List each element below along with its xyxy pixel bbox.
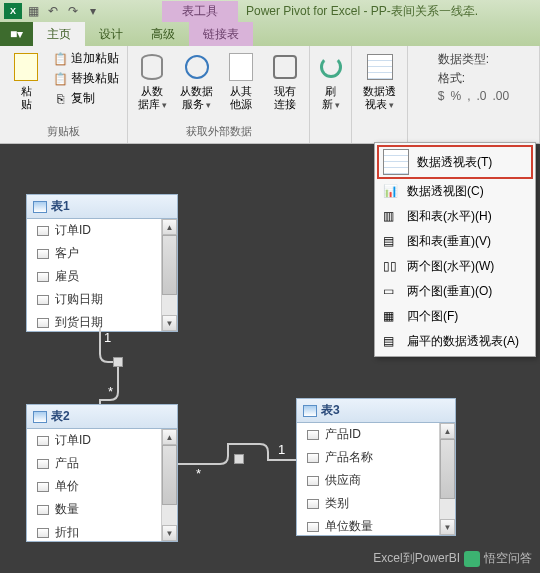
thousands-button[interactable]: , bbox=[467, 89, 470, 103]
table-icon bbox=[33, 411, 47, 423]
percent-button[interactable]: % bbox=[450, 89, 461, 103]
tab-home[interactable]: 主页 bbox=[33, 22, 85, 46]
scroll-thumb[interactable] bbox=[162, 235, 177, 295]
dropdown-item-four-charts[interactable]: ▦四个图(F) bbox=[377, 304, 533, 329]
format-label: 格式: bbox=[438, 70, 465, 87]
append-paste-button[interactable]: 📋追加粘贴 bbox=[50, 49, 121, 68]
flat-pivot-icon: ▤ bbox=[383, 334, 399, 350]
tab-advanced[interactable]: 高级 bbox=[137, 22, 189, 46]
field-icon bbox=[307, 453, 319, 463]
table-2-field[interactable]: 单价 bbox=[27, 475, 177, 498]
dropdown-item-chart-table-v[interactable]: ▤图和表(垂直)(V) bbox=[377, 229, 533, 254]
paste-icon bbox=[14, 53, 38, 81]
table-3-header[interactable]: 表3 bbox=[297, 399, 455, 423]
table-1-header[interactable]: 表1 bbox=[27, 195, 177, 219]
qat-undo-icon[interactable]: ↶ bbox=[44, 2, 62, 20]
chart-table-v-icon: ▤ bbox=[383, 234, 399, 250]
scroll-up-icon[interactable]: ▲ bbox=[440, 423, 455, 439]
field-icon bbox=[307, 476, 319, 486]
field-icon bbox=[37, 505, 49, 515]
pivot-chart-icon: 📊 bbox=[383, 184, 399, 200]
decrease-decimal-button[interactable]: .00 bbox=[493, 89, 510, 103]
copy-button[interactable]: ⎘复制 bbox=[50, 89, 121, 108]
chart-table-h-icon: ▥ bbox=[383, 209, 399, 225]
table-1-field[interactable]: 订购日期 bbox=[27, 288, 177, 311]
relationship-handle[interactable] bbox=[113, 357, 123, 367]
currency-button[interactable]: $ bbox=[438, 89, 445, 103]
cardinality-many: * bbox=[108, 384, 113, 399]
dropdown-item-pivot-table[interactable]: 数据透视表(T) bbox=[377, 145, 533, 179]
table-box-1[interactable]: 表1 订单ID 客户 雇员 订购日期 到货日期 ▲ ▼ bbox=[26, 194, 178, 332]
cardinality-many: * bbox=[196, 466, 201, 481]
wukong-logo-icon bbox=[464, 551, 480, 567]
field-icon bbox=[37, 436, 49, 446]
scroll-down-icon[interactable]: ▼ bbox=[162, 315, 177, 331]
increase-decimal-button[interactable]: .0 bbox=[477, 89, 487, 103]
field-icon bbox=[37, 295, 49, 305]
pivot-dropdown-menu: 数据透视表(T) 📊数据透视图(C) ▥图和表(水平)(H) ▤图和表(垂直)(… bbox=[374, 142, 536, 357]
ribbon: 粘 贴 📋追加粘贴 📋替换粘贴 ⎘复制 剪贴板 从数 据库 从数据 服务 从其 … bbox=[0, 46, 540, 144]
other-source-icon bbox=[229, 53, 253, 81]
qat-save-icon[interactable]: ▦ bbox=[24, 2, 42, 20]
excel-icon: X bbox=[4, 3, 22, 19]
table-3-field[interactable]: 单位数量 bbox=[297, 515, 455, 538]
table-box-2[interactable]: 表2 订单ID 产品 单价 数量 折扣 ▲ ▼ bbox=[26, 404, 178, 542]
title-bar: X ▦ ↶ ↷ ▾ 表工具 Power Pivot for Excel - PP… bbox=[0, 0, 540, 22]
pivot-table-icon bbox=[383, 149, 409, 175]
table-2-field[interactable]: 产品 bbox=[27, 452, 177, 475]
group-external-data: 从数 据库 从数据 服务 从其 他源 现有 连接 获取外部数据 bbox=[128, 46, 310, 143]
table-2-header[interactable]: 表2 bbox=[27, 405, 177, 429]
table-1-scrollbar[interactable]: ▲ ▼ bbox=[161, 219, 177, 331]
scroll-up-icon[interactable]: ▲ bbox=[162, 219, 177, 235]
table-2-field[interactable]: 折扣 bbox=[27, 521, 177, 544]
table-1-field[interactable]: 订单ID bbox=[27, 219, 177, 242]
four-charts-icon: ▦ bbox=[383, 309, 399, 325]
dropdown-item-flat-pivot[interactable]: ▤扁平的数据透视表(A) bbox=[377, 329, 533, 354]
field-icon bbox=[307, 430, 319, 440]
table-box-3[interactable]: 表3 产品ID 产品名称 供应商 类别 单位数量 ▲ ▼ bbox=[296, 398, 456, 536]
scroll-down-icon[interactable]: ▼ bbox=[440, 519, 455, 535]
file-tab[interactable]: ■▾ bbox=[0, 22, 33, 46]
tab-linked-table[interactable]: 链接表 bbox=[189, 22, 253, 46]
dropdown-item-two-charts-v[interactable]: ▭两个图(垂直)(O) bbox=[377, 279, 533, 304]
table-3-field[interactable]: 类别 bbox=[297, 492, 455, 515]
table-2-field[interactable]: 数量 bbox=[27, 498, 177, 521]
table-2-scrollbar[interactable]: ▲ ▼ bbox=[161, 429, 177, 541]
field-icon bbox=[307, 522, 319, 532]
group-refresh: 刷 新 bbox=[310, 46, 352, 143]
field-icon bbox=[307, 499, 319, 509]
table-1-field[interactable]: 到货日期 bbox=[27, 311, 177, 334]
contextual-tab-label: 表工具 bbox=[162, 1, 238, 22]
dropdown-item-pivot-chart[interactable]: 📊数据透视图(C) bbox=[377, 179, 533, 204]
field-icon bbox=[37, 459, 49, 469]
scroll-down-icon[interactable]: ▼ bbox=[162, 525, 177, 541]
scroll-thumb[interactable] bbox=[162, 445, 177, 505]
table-icon bbox=[33, 201, 47, 213]
qat-more-icon[interactable]: ▾ bbox=[84, 2, 102, 20]
window-title: Power Pivot for Excel - PP-表间关系一线牵. bbox=[238, 3, 478, 20]
group-clipboard: 粘 贴 📋追加粘贴 📋替换粘贴 ⎘复制 剪贴板 bbox=[0, 46, 128, 143]
relationship-handle[interactable] bbox=[234, 454, 244, 464]
refresh-button[interactable]: 刷 新 bbox=[311, 49, 351, 143]
table-3-scrollbar[interactable]: ▲ ▼ bbox=[439, 423, 455, 535]
table-3-field[interactable]: 产品名称 bbox=[297, 446, 455, 469]
group-pivot: 数据透 视表 bbox=[352, 46, 408, 143]
replace-paste-button[interactable]: 📋替换粘贴 bbox=[50, 69, 121, 88]
pivot-table-button[interactable]: 数据透 视表 bbox=[359, 49, 400, 143]
scroll-thumb[interactable] bbox=[440, 439, 455, 499]
table-1-field[interactable]: 客户 bbox=[27, 242, 177, 265]
tab-design[interactable]: 设计 bbox=[85, 22, 137, 46]
table-1-field[interactable]: 雇员 bbox=[27, 265, 177, 288]
dropdown-item-two-charts-h[interactable]: ▯▯两个图(水平)(W) bbox=[377, 254, 533, 279]
dropdown-item-chart-table-h[interactable]: ▥图和表(水平)(H) bbox=[377, 204, 533, 229]
cardinality-one: 1 bbox=[104, 330, 111, 345]
append-paste-icon: 📋 bbox=[52, 51, 68, 67]
scroll-up-icon[interactable]: ▲ bbox=[162, 429, 177, 445]
qat-redo-icon[interactable]: ↷ bbox=[64, 2, 82, 20]
table-3-field[interactable]: 供应商 bbox=[297, 469, 455, 492]
watermark-brand: 悟空问答 bbox=[484, 550, 532, 567]
table-3-field[interactable]: 产品ID bbox=[297, 423, 455, 446]
data-service-icon bbox=[185, 55, 209, 79]
table-2-field[interactable]: 订单ID bbox=[27, 429, 177, 452]
watermark-source: Excel到PowerBI bbox=[373, 550, 460, 567]
